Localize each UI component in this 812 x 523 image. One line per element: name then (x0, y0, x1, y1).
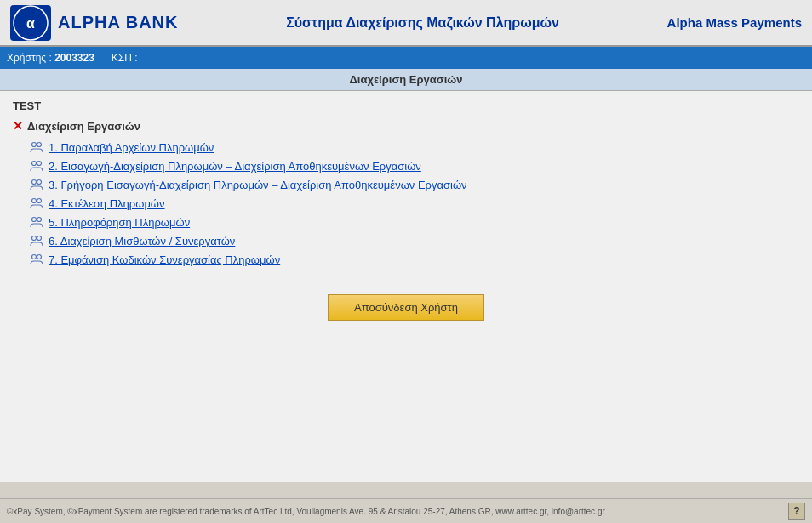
kep-label: ΚΣΠ : (112, 52, 138, 64)
item-icon-2 (30, 159, 43, 173)
item-icon-7 (30, 253, 43, 266)
svg-point-8 (32, 199, 37, 203)
list-item: 5. Πληροφόρηση Πληρωμών (13, 213, 799, 231)
page-title-bar: Διαχείριση Εργασιών (0, 69, 812, 91)
main-content: TEST ✕ Διαχείριση Εργασιών 1. Παραλαβή Α… (0, 91, 812, 482)
item-icon-1 (30, 140, 43, 154)
footer: ©xPay System, ©xPayment System are regis… (0, 498, 812, 523)
menu-header: ✕ Διαχείριση Εργασιών (13, 119, 799, 133)
list-item: 4. Εκτέλεση Πληρωμών (13, 194, 799, 213)
test-label: TEST (13, 99, 799, 112)
svg-point-5 (37, 162, 42, 166)
user-label: Χρήστης : 2003323 (7, 52, 94, 64)
logout-button[interactable]: Αποσύνδεση Χρήστη (328, 294, 484, 321)
svg-point-7 (37, 180, 42, 185)
menu-section: ✕ Διαχείριση Εργασιών 1. Παραλαβή Αρχείω… (13, 119, 799, 269)
item-icon-6 (30, 234, 43, 247)
list-item: 6. Διαχείριση Μισθωτών / Συνεργατών (13, 231, 799, 250)
svg-point-15 (37, 255, 42, 259)
item-icon-5 (30, 215, 43, 229)
menu-link-7[interactable]: 7. Εμφάνιση Κωδικών Συνεργασίας Πληρωμών (49, 253, 280, 266)
menu-link-1[interactable]: 1. Παραλαβή Αρχείων Πληρωμών (49, 141, 214, 154)
svg-point-2 (32, 143, 37, 147)
svg-point-9 (37, 199, 42, 203)
svg-point-12 (32, 236, 37, 241)
menu-link-2[interactable]: 2. Εισαγωγή-Διαχείριση Πληρωμών – Διαχεί… (49, 160, 421, 173)
item-icon-3 (30, 178, 43, 191)
list-item: 7. Εμφάνιση Κωδικών Συνεργασίας Πληρωμών (13, 250, 799, 269)
list-item: 1. Παραλαβή Αρχείων Πληρωμών (13, 138, 799, 156)
help-button[interactable]: ? (788, 503, 805, 520)
info-bar: Χρήστης : 2003323 ΚΣΠ : (0, 47, 812, 69)
svg-point-4 (32, 162, 37, 166)
menu-link-4[interactable]: 4. Εκτέλεση Πληρωμών (49, 197, 165, 210)
menu-link-5[interactable]: 5. Πληροφόρηση Πληρωμών (49, 216, 190, 229)
svg-text:α: α (26, 16, 35, 31)
svg-point-11 (37, 218, 42, 222)
svg-point-13 (37, 236, 42, 241)
bank-name: ALPHA BANK (58, 13, 178, 32)
logo-area: α ALPHA BANK (10, 5, 178, 41)
header: α ALPHA BANK Σύστημα Διαχείρισης Μαζικών… (0, 0, 812, 47)
list-item: 2. Εισαγωγή-Διαχείριση Πληρωμών – Διαχεί… (13, 156, 799, 175)
collapse-icon[interactable]: ✕ (13, 119, 23, 133)
item-icon-4 (30, 196, 43, 210)
list-item: 3. Γρήγορη Εισαγωγή-Διαχείριση Πληρωμών … (13, 175, 799, 194)
footer-text: ©xPay System, ©xPayment System are regis… (7, 507, 605, 516)
menu-link-6[interactable]: 6. Διαχείριση Μισθωτών / Συνεργατών (49, 235, 235, 247)
system-title: Σύστημα Διαχείρισης Μαζικών Πληρωμών (178, 15, 666, 31)
svg-point-3 (37, 143, 42, 147)
app-title: Alpha Mass Payments (667, 15, 802, 30)
svg-point-6 (32, 180, 37, 185)
svg-point-14 (32, 255, 37, 259)
svg-point-10 (32, 218, 37, 222)
logout-section: Αποσύνδεση Χρήστη (13, 269, 799, 338)
menu-link-3[interactable]: 3. Γρήγορη Εισαγωγή-Διαχείριση Πληρωμών … (49, 179, 467, 191)
logo-icon: α (10, 5, 51, 41)
